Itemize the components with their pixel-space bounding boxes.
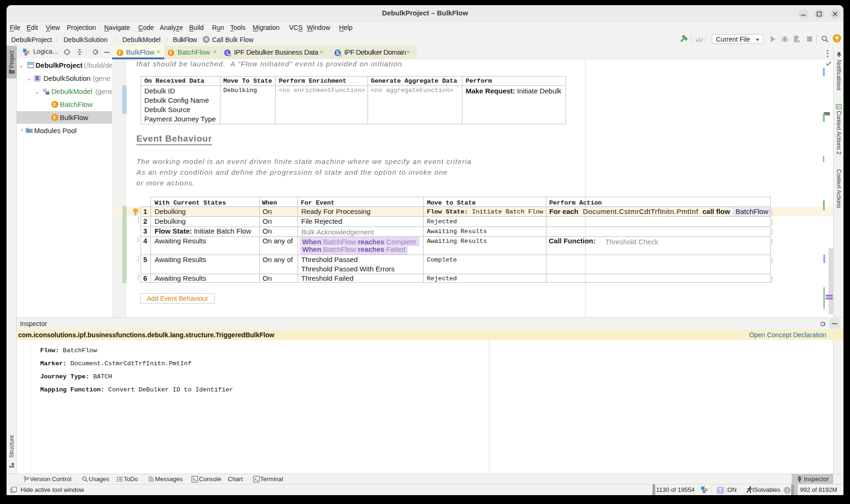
- svg-text:D: D: [23, 49, 26, 52]
- svg-text:S: S: [703, 490, 705, 493]
- svg-text:M: M: [46, 91, 50, 95]
- svg-text:D: D: [701, 487, 704, 490]
- svg-text:S: S: [25, 52, 27, 56]
